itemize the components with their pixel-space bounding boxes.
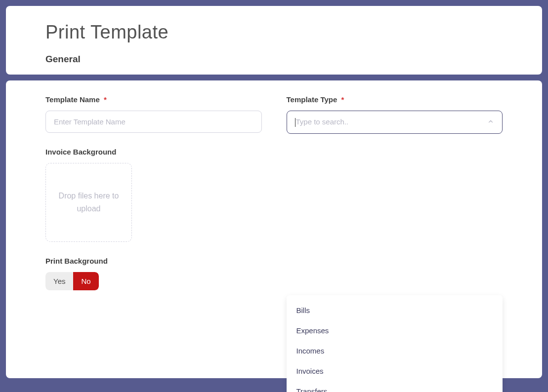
template-type-select[interactable]: Type to search.. [287, 111, 503, 134]
toggle-no-button[interactable]: No [73, 272, 98, 290]
form-row: Template Name * Invoice Background Drop … [45, 95, 503, 290]
template-type-dropdown: Bills Expenses Incomes Invoices Transfer… [287, 295, 503, 392]
print-background-group: Print Background Yes No [45, 257, 262, 290]
print-background-label: Print Background [45, 257, 262, 265]
dropdown-item-invoices[interactable]: Invoices [287, 361, 503, 381]
select-placeholder: Type to search.. [296, 118, 349, 126]
label-text: Template Name [45, 95, 100, 104]
template-type-label: Template Type * [287, 95, 503, 104]
dropdown-item-incomes[interactable]: Incomes [287, 341, 503, 361]
template-name-input[interactable] [45, 111, 262, 133]
text-cursor [295, 118, 295, 127]
invoice-background-label: Invoice Background [45, 148, 262, 156]
dropdown-item-expenses[interactable]: Expenses [287, 320, 503, 341]
template-type-column: Template Type * Type to search.. Bills E… [287, 95, 503, 290]
invoice-background-dropzone[interactable]: Drop files here to upload [45, 163, 132, 242]
print-background-toggle: Yes No [45, 272, 99, 290]
page-title: Print Template [45, 22, 503, 43]
dropzone-text: Drop files here to upload [56, 190, 122, 215]
header-card: Print Template General [6, 6, 542, 75]
required-mark: * [104, 95, 107, 104]
invoice-background-group: Invoice Background Drop files here to up… [45, 148, 262, 242]
select-content: Type to search.. [295, 118, 349, 127]
required-mark: * [341, 95, 344, 104]
template-name-column: Template Name * Invoice Background Drop … [45, 95, 262, 290]
label-text: Template Type [287, 95, 337, 104]
section-title: General [45, 54, 503, 65]
chevron-up-icon [487, 118, 494, 126]
dropdown-item-transfers[interactable]: Transfers [287, 381, 503, 392]
form-card: Template Name * Invoice Background Drop … [6, 80, 542, 378]
template-name-label: Template Name * [45, 95, 262, 104]
dropdown-item-bills[interactable]: Bills [287, 300, 503, 320]
toggle-yes-button[interactable]: Yes [45, 272, 73, 290]
